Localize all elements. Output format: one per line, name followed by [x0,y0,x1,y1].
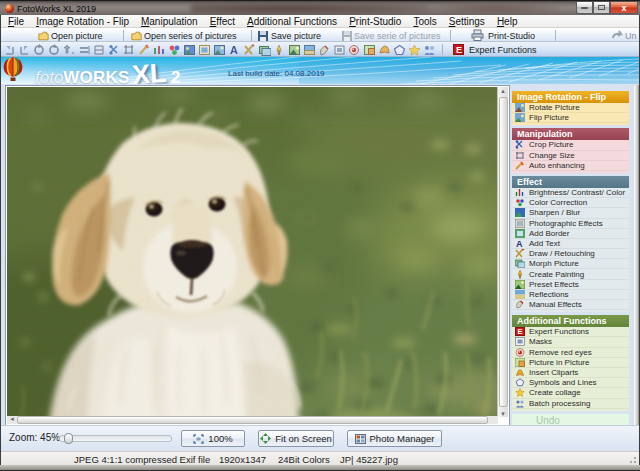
svg-text:A: A [516,239,523,248]
svg-text:E: E [518,327,523,336]
svg-text:E: E [456,45,462,55]
svg-text:A: A [230,44,238,56]
